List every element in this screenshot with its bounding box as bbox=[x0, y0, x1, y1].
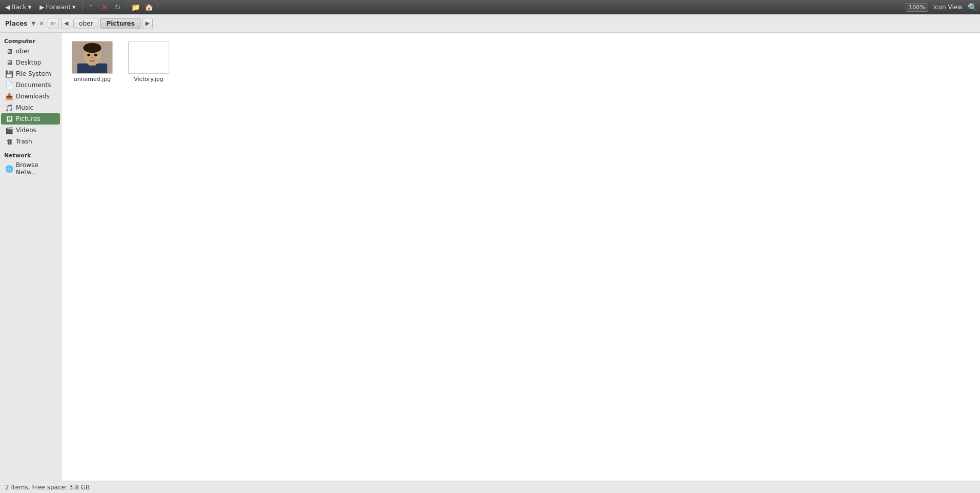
sidebar-item-filesystem[interactable]: 💾 File System bbox=[1, 68, 60, 79]
view-label: Icon View bbox=[933, 4, 963, 11]
file-thumbnail-unnamed bbox=[72, 41, 113, 74]
breadcrumb-edit-button[interactable]: ✏ bbox=[48, 18, 59, 29]
sidebar-item-ober[interactable]: 🖥 ober bbox=[1, 46, 60, 57]
reload-button[interactable]: ↻ bbox=[112, 2, 124, 13]
file-victory-label: Victory.jpg bbox=[134, 76, 163, 83]
sidebar-item-pictures-label: Pictures bbox=[16, 115, 40, 122]
sidebar-item-browse-network-label: Browse Netw... bbox=[16, 161, 56, 176]
sidebar-item-videos[interactable]: 🎬 Videos bbox=[1, 125, 60, 136]
back-label: Back bbox=[11, 4, 26, 11]
toolbar: ◀ Back ▼ ▶ Forward ▼ ↑ ✕ ↻ 📁 🏠 100% Icon… bbox=[0, 0, 980, 14]
forward-button[interactable]: ▶ Forward ▼ bbox=[36, 3, 78, 12]
separator-3 bbox=[158, 3, 158, 12]
sidebar-item-browse-network[interactable]: 🌐 Browse Netw... bbox=[1, 160, 60, 177]
svg-point-5 bbox=[83, 43, 101, 53]
sidebar-item-documents-label: Documents bbox=[16, 81, 51, 89]
forward-label: Forward bbox=[46, 4, 71, 11]
sidebar-item-downloads-label: Downloads bbox=[16, 93, 50, 100]
network-icon: 🌐 bbox=[5, 165, 13, 173]
pictures-icon: 🖼 bbox=[5, 115, 13, 123]
back-dropdown-arrow[interactable]: ▼ bbox=[28, 5, 31, 10]
desktop-icon: 🖥 bbox=[5, 58, 13, 67]
back-arrow-icon: ◀ bbox=[5, 4, 10, 11]
videos-icon: 🎬 bbox=[5, 126, 13, 134]
new-folder-button[interactable]: 📁 bbox=[130, 2, 141, 13]
sidebar-item-trash-label: Trash bbox=[16, 138, 32, 145]
ober-icon: 🖥 bbox=[5, 47, 13, 55]
svg-point-7 bbox=[94, 54, 97, 56]
status-bar: 2 items, Free space: 3.8 GB bbox=[0, 481, 980, 493]
file-grid: unnamed.jpg Victory.jpg bbox=[67, 38, 975, 476]
svg-point-8 bbox=[91, 57, 93, 59]
sidebar-item-filesystem-label: File System bbox=[16, 70, 51, 77]
file-unnamed-label: unnamed.jpg bbox=[74, 76, 111, 83]
music-icon: 🎵 bbox=[5, 104, 13, 112]
filesystem-icon: 💾 bbox=[5, 70, 13, 78]
downloads-icon: 📥 bbox=[5, 92, 13, 100]
breadcrumb-ober[interactable]: ober bbox=[73, 18, 98, 29]
network-section-label: Network bbox=[0, 150, 61, 160]
svg-point-6 bbox=[87, 54, 90, 56]
stop-button[interactable]: ✕ bbox=[99, 2, 110, 13]
separator-2 bbox=[127, 3, 127, 12]
file-thumbnail-victory bbox=[128, 41, 169, 74]
zoom-percent: 100% bbox=[906, 3, 928, 12]
places-dropdown-arrow[interactable]: ▼ bbox=[31, 20, 35, 26]
sidebar-item-downloads[interactable]: 📥 Downloads bbox=[1, 91, 60, 102]
places-label: Places bbox=[3, 19, 29, 28]
breadcrumb-pictures[interactable]: Pictures bbox=[100, 18, 140, 29]
breadcrumb-pictures-label: Pictures bbox=[106, 20, 135, 27]
sidebar-item-desktop-label: Desktop bbox=[16, 59, 42, 66]
status-text: 2 items, Free space: 3.8 GB bbox=[5, 484, 90, 491]
zoom-icon[interactable]: 🔍 bbox=[968, 3, 978, 12]
forward-arrow-icon: ▶ bbox=[39, 4, 44, 11]
sidebar-item-pictures[interactable]: 🖼 Pictures bbox=[1, 113, 60, 125]
edit-icon: ✏ bbox=[51, 20, 56, 27]
breadcrumb-nav-left[interactable]: ◀ bbox=[61, 18, 71, 29]
nav-left-icon: ◀ bbox=[64, 20, 68, 27]
sidebar-item-trash[interactable]: 🗑 Trash bbox=[1, 136, 60, 147]
home-button[interactable]: 🏠 bbox=[144, 2, 155, 13]
breadcrumb-bar: Places ▼ ✕ ✏ ◀ ober Pictures ▶ bbox=[0, 14, 980, 33]
main-area: Computer 🖥 ober 🖥 Desktop 💾 File System … bbox=[0, 33, 980, 481]
breadcrumb-ober-label: ober bbox=[79, 20, 93, 27]
places-close-button[interactable]: ✕ bbox=[37, 19, 46, 28]
person-thumbnail-svg bbox=[72, 41, 112, 74]
file-item-unnamed[interactable]: unnamed.jpg bbox=[67, 38, 118, 86]
breadcrumb-nav-right[interactable]: ▶ bbox=[142, 18, 153, 29]
up-button[interactable]: ↑ bbox=[86, 2, 97, 13]
trash-icon: 🗑 bbox=[5, 137, 13, 146]
sidebar: Computer 🖥 ober 🖥 Desktop 💾 File System … bbox=[0, 33, 62, 481]
sidebar-item-ober-label: ober bbox=[16, 48, 30, 55]
sidebar-item-videos-label: Videos bbox=[16, 127, 36, 134]
sidebar-item-music[interactable]: 🎵 Music bbox=[1, 102, 60, 113]
sidebar-item-documents[interactable]: 📄 Documents bbox=[1, 79, 60, 91]
file-area[interactable]: unnamed.jpg Victory.jpg bbox=[62, 33, 980, 481]
nav-right-icon: ▶ bbox=[146, 20, 150, 27]
file-item-victory[interactable]: Victory.jpg bbox=[123, 38, 174, 86]
sidebar-item-desktop[interactable]: 🖥 Desktop bbox=[1, 57, 60, 68]
separator-1 bbox=[82, 3, 83, 12]
computer-section-label: Computer bbox=[0, 36, 61, 46]
back-button[interactable]: ◀ Back ▼ bbox=[2, 3, 34, 12]
documents-icon: 📄 bbox=[5, 81, 13, 89]
forward-dropdown-arrow[interactable]: ▼ bbox=[72, 5, 76, 10]
sidebar-item-music-label: Music bbox=[16, 104, 33, 111]
